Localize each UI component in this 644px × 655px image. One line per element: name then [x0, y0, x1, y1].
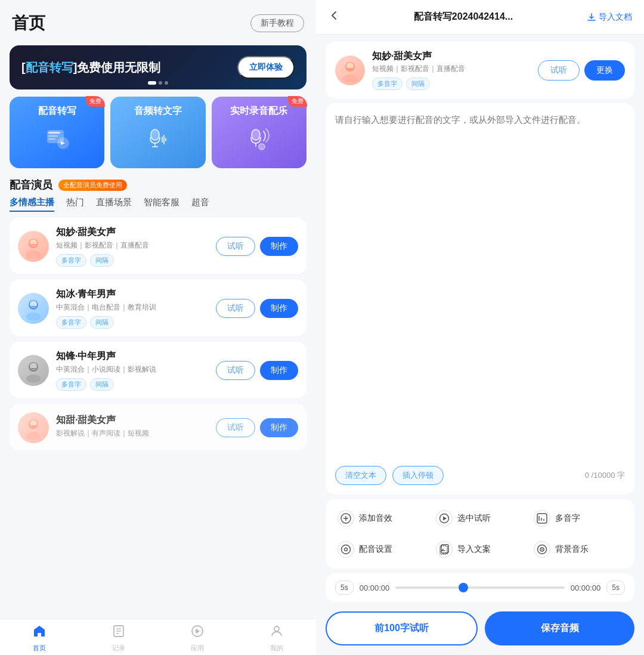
import-doc-label: 导入文档 [599, 12, 632, 23]
svg-point-23 [26, 432, 41, 440]
home-title: 首页 [12, 12, 45, 35]
tab-hot[interactable]: 热门 [66, 197, 84, 212]
svg-point-20 [26, 375, 41, 382]
text-actions: 清空文本 插入停顿 [335, 466, 444, 485]
svg-rect-3 [48, 138, 55, 140]
nav-app[interactable]: 应用 [158, 624, 237, 653]
vs-listen-button[interactable]: 试听 [538, 60, 580, 81]
vs-change-button[interactable]: 更换 [584, 60, 625, 81]
nav-record[interactable]: 记录 [79, 624, 159, 653]
back-button[interactable] [328, 10, 340, 24]
time-rewind-button[interactable]: 5s [335, 580, 354, 595]
vs-avatar [335, 55, 365, 85]
listen-button-2[interactable]: 试听 [216, 299, 255, 318]
time-forward-button[interactable]: 5s [606, 580, 625, 595]
nav-home-label: 首页 [33, 644, 46, 653]
voice-info-2: 知冰·青年男声 中英混合｜电台配音｜教育培训 多音字 间隔 [56, 288, 209, 329]
save-audio-button[interactable]: 保存音频 [485, 611, 634, 645]
feature-icon-audio [141, 122, 174, 155]
svg-rect-2 [48, 135, 58, 137]
feature-cards: 免费 配音转写 音频转文字 [0, 97, 316, 175]
progress-bar-section: 5s 00:00:00 00:00:00 5s [326, 573, 634, 602]
make-button-4[interactable]: 制作 [260, 418, 298, 437]
voice-name-2: 知冰·青年男声 [56, 288, 209, 301]
polyphonic-label: 多音字 [555, 513, 580, 524]
feature-card-audio[interactable]: 音频转文字 [110, 97, 205, 168]
make-button-1[interactable]: 制作 [260, 237, 298, 256]
tutorial-button[interactable]: 新手教程 [250, 14, 304, 32]
text-footer: 清空文本 插入停顿 0 /10000 字 [335, 466, 625, 485]
tab-multi[interactable]: 多情感主播 [10, 197, 54, 212]
voice-chip-2-0[interactable]: 多音字 [56, 316, 86, 329]
text-input[interactable] [335, 113, 625, 460]
nav-record-label: 记录 [112, 644, 125, 653]
polyphonic-button[interactable]: 多音字 [531, 505, 625, 532]
time-end: 00:00:00 [571, 583, 601, 592]
tab-live[interactable]: 直播场景 [96, 197, 132, 212]
tool-grid: 添加音效 选中试听 多音字 [326, 499, 634, 569]
svg-point-8 [252, 129, 260, 140]
tab-ai[interactable]: 智能客服 [144, 197, 179, 212]
me-nav-icon [270, 624, 284, 642]
feature-card-dubbing[interactable]: 免费 配音转写 [10, 97, 104, 168]
make-button-2[interactable]: 制作 [260, 299, 298, 318]
tab-super[interactable]: 超音 [191, 197, 209, 212]
select-listen-label: 选中试听 [457, 513, 491, 524]
left-header: 首页 新手教程 [0, 0, 316, 41]
vs-name: 知妙·甜美女声 [372, 50, 531, 63]
app-nav-icon [190, 624, 205, 642]
listen-button-4[interactable]: 试听 [216, 418, 255, 437]
voice-chip-1-1[interactable]: 间隔 [90, 254, 114, 267]
voice-chip-3-1[interactable]: 间隔 [90, 378, 114, 391]
voice-chips-3: 多音字 间隔 [56, 378, 209, 391]
dub-settings-button[interactable]: 配音设置 [335, 536, 429, 563]
voice-list: 知妙·甜美女声 短视频｜影视配音｜直播配音 多音字 间隔 试听 制作 [0, 218, 316, 619]
voice-card-row-2: 知冰·青年男声 中英混合｜电台配音｜教育培训 多音字 间隔 试听 制作 [18, 288, 298, 329]
import-doc-button[interactable]: 导入文档 [587, 12, 632, 23]
vs-info: 知妙·甜美女声 短视频｜影视配音｜直播配音 多音字 间隔 [372, 50, 531, 90]
voice-avatar-4 [18, 412, 49, 443]
voice-name-3: 知锋·中年男声 [56, 350, 209, 363]
insert-pause-button[interactable]: 插入停顿 [392, 466, 444, 485]
import-copy-button[interactable]: 导入文案 [434, 536, 527, 563]
feature-title-dubbing: 配音转写 [38, 105, 76, 118]
vs-chip-1[interactable]: 间隔 [406, 78, 430, 90]
vs-chip-0[interactable]: 多音字 [372, 78, 402, 90]
voice-card-row-4: 知甜·甜美女声 影视解说｜有声阅读｜短视频 试听 制作 [18, 412, 298, 443]
voice-tags-4: 影视解说｜有声阅读｜短视频 [56, 428, 209, 438]
svg-point-49 [541, 549, 543, 550]
voice-avatar-3 [18, 355, 49, 386]
feature-card-record[interactable]: 免费 实时录音配乐 ♪ [212, 97, 306, 168]
voice-chip-3-0[interactable]: 多音字 [56, 378, 86, 391]
voice-chip-1-0[interactable]: 多音字 [56, 254, 86, 267]
voice-card-3: 知锋·中年男声 中英混合｜小说阅读｜影视解说 多音字 间隔 试听 制作 [10, 342, 306, 398]
add-sfx-button[interactable]: 添加音效 [335, 505, 429, 532]
make-button-3[interactable]: 制作 [260, 361, 298, 380]
voice-chip-2-1[interactable]: 间隔 [90, 316, 114, 329]
banner-button[interactable]: 立即体验 [237, 56, 295, 79]
clear-text-button[interactable]: 清空文本 [335, 466, 386, 485]
select-listen-button[interactable]: 选中试听 [434, 505, 527, 532]
svg-point-30 [274, 626, 279, 631]
progress-thumb [459, 583, 468, 592]
actors-section-header: 配音演员 全配音演员免费使用 [0, 175, 316, 197]
voice-actions-3: 试听 制作 [216, 361, 298, 380]
record-nav-icon [112, 624, 126, 642]
listen-button-1[interactable]: 试听 [216, 237, 255, 256]
banner-dot-2 [159, 81, 162, 85]
nav-home[interactable]: 首页 [0, 624, 79, 653]
progress-track[interactable] [395, 586, 564, 589]
actors-free-badge: 全配音演员免费使用 [58, 180, 127, 191]
svg-point-13 [26, 251, 41, 258]
nav-me[interactable]: 我的 [237, 624, 317, 653]
voice-info-3: 知锋·中年男声 中英混合｜小说阅读｜影视解说 多音字 间隔 [56, 350, 209, 391]
voice-actions-1: 试听 制作 [216, 237, 298, 256]
import-copy-label: 导入文案 [457, 544, 491, 555]
bg-music-button[interactable]: 背景音乐 [531, 536, 625, 563]
feature-title-audio: 音频转文字 [134, 105, 182, 118]
listen-button-3[interactable]: 试听 [216, 361, 255, 380]
voice-tags-3: 中英混合｜小说阅读｜影视解说 [56, 364, 209, 375]
right-panel: 配音转写2024042414... 导入文档 知妙·甜美女声 短视频｜影视配音｜… [316, 0, 644, 655]
add-sfx-label: 添加音效 [359, 513, 392, 524]
preview-button[interactable]: 前100字试听 [326, 611, 478, 645]
